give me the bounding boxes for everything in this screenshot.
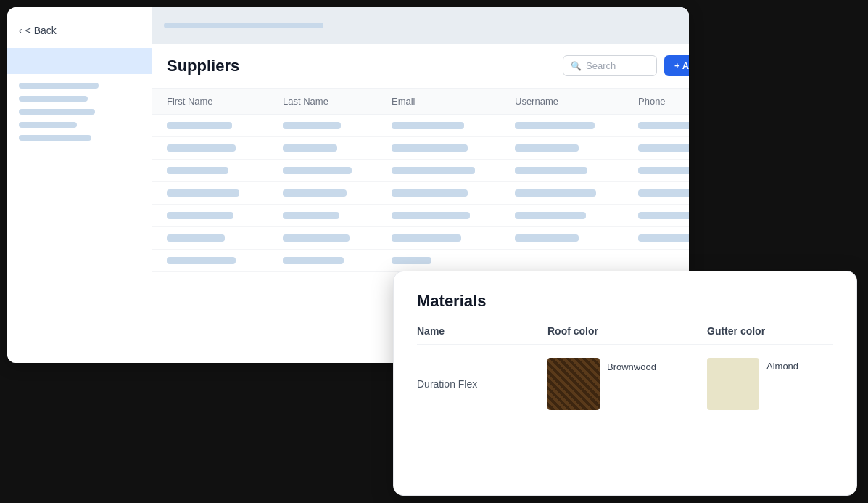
cell-skeleton bbox=[283, 234, 350, 242]
cell-skeleton bbox=[167, 167, 228, 174]
cell-skeleton bbox=[283, 122, 341, 129]
cell-skeleton bbox=[283, 144, 337, 152]
material-name: Duration Flex bbox=[417, 378, 547, 390]
cell-skeleton bbox=[167, 212, 233, 219]
col-header-username: Username bbox=[515, 96, 638, 107]
cell-skeleton bbox=[167, 189, 239, 197]
top-bar bbox=[152, 7, 689, 44]
suppliers-header: Suppliers 🔍 Search + Add bbox=[152, 44, 689, 89]
col-header-last-name: Last Name bbox=[283, 96, 392, 107]
cell-skeleton bbox=[392, 212, 470, 219]
cell-skeleton bbox=[283, 167, 352, 174]
search-box[interactable]: 🔍 Search bbox=[563, 55, 657, 76]
cell-skeleton bbox=[515, 144, 579, 152]
gutter-color-container: Almond bbox=[707, 358, 798, 410]
roof-color-container: Brownwood bbox=[547, 358, 707, 410]
suppliers-title: Suppliers bbox=[167, 57, 563, 75]
cell-skeleton bbox=[167, 144, 236, 152]
cell-skeleton bbox=[515, 122, 595, 129]
cell-skeleton bbox=[283, 189, 347, 197]
table-row[interactable] bbox=[152, 137, 689, 160]
mat-col-header-name: Name bbox=[417, 325, 547, 337]
back-button[interactable]: ‹ < Back bbox=[7, 19, 152, 42]
cell-skeleton bbox=[392, 144, 468, 152]
col-header-email: Email bbox=[392, 96, 515, 107]
gutter-color-label: Almond bbox=[766, 361, 798, 372]
col-header-phone: Phone bbox=[638, 96, 689, 107]
cell-skeleton bbox=[515, 234, 579, 242]
cell-skeleton bbox=[392, 122, 464, 129]
sidebar-item bbox=[19, 96, 88, 102]
mat-col-header-roof: Roof color bbox=[547, 325, 707, 337]
materials-row[interactable]: Duration Flex Brownwood Almond bbox=[417, 345, 833, 410]
table-row[interactable] bbox=[152, 205, 689, 227]
table-row[interactable] bbox=[152, 250, 689, 272]
roof-texture-swatch bbox=[547, 358, 600, 410]
add-button[interactable]: + Add bbox=[664, 55, 689, 76]
back-label: < Back bbox=[25, 25, 57, 36]
sidebar-active-item[interactable] bbox=[7, 48, 152, 74]
cell-skeleton bbox=[638, 122, 689, 129]
mat-col-header-gutter: Gutter color bbox=[707, 325, 833, 337]
col-header-first-name: First Name bbox=[167, 96, 283, 107]
search-icon: 🔍 bbox=[571, 61, 582, 71]
back-arrow-icon: ‹ bbox=[19, 25, 22, 36]
cell-skeleton bbox=[638, 189, 689, 197]
table-row[interactable] bbox=[152, 115, 689, 137]
search-placeholder: Search bbox=[586, 60, 616, 71]
table-row[interactable] bbox=[152, 227, 689, 250]
cell-skeleton bbox=[167, 257, 236, 264]
materials-title: Materials bbox=[417, 292, 833, 311]
cell-skeleton bbox=[638, 167, 689, 174]
sidebar-item bbox=[19, 135, 91, 141]
cell-skeleton bbox=[392, 189, 468, 197]
materials-card: Materials Name Roof color Gutter color D… bbox=[393, 271, 857, 496]
sidebar: ‹ < Back bbox=[7, 7, 152, 363]
roof-color-label: Brownwood bbox=[607, 361, 656, 374]
cell-skeleton bbox=[167, 122, 232, 129]
cell-skeleton bbox=[515, 189, 596, 197]
cell-skeleton bbox=[167, 234, 225, 242]
cell-skeleton bbox=[515, 167, 587, 174]
cell-skeleton bbox=[283, 212, 339, 219]
gutter-color-swatch bbox=[707, 358, 759, 410]
cell-skeleton bbox=[392, 234, 461, 242]
materials-table-header: Name Roof color Gutter color bbox=[417, 325, 833, 345]
cell-skeleton bbox=[638, 212, 689, 219]
topbar-skeleton bbox=[164, 23, 323, 28]
table-row[interactable] bbox=[152, 160, 689, 182]
cell-skeleton bbox=[283, 257, 344, 264]
table-header: First Name Last Name Email Username Phon… bbox=[152, 89, 689, 115]
cell-skeleton bbox=[392, 257, 431, 264]
cell-skeleton bbox=[638, 234, 689, 242]
cell-skeleton bbox=[638, 144, 689, 152]
sidebar-item bbox=[19, 83, 99, 89]
table-row[interactable] bbox=[152, 182, 689, 205]
cell-skeleton bbox=[515, 212, 586, 219]
cell-skeleton bbox=[392, 167, 475, 174]
sidebar-item bbox=[19, 109, 95, 115]
sidebar-item bbox=[19, 122, 77, 128]
